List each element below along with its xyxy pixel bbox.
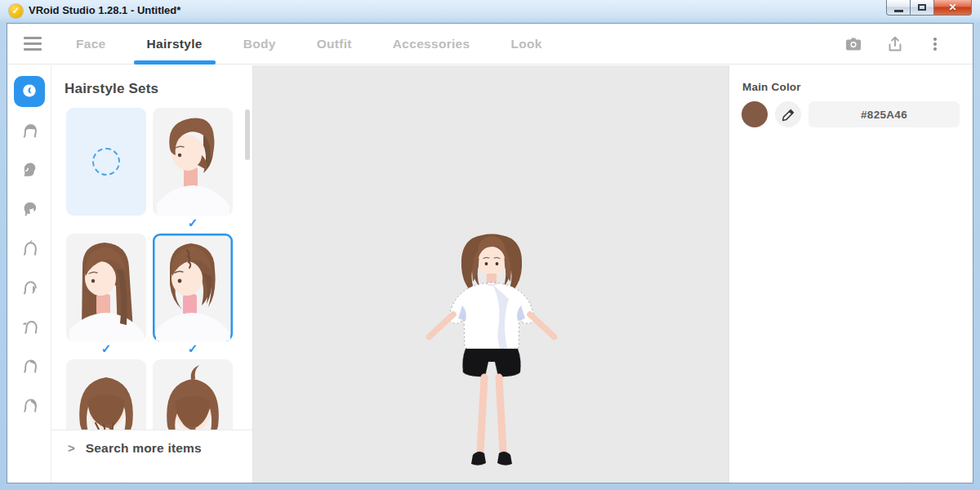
tab-body[interactable]: Body bbox=[234, 24, 286, 65]
hairstyle-item-bob[interactable]: ✓ bbox=[153, 234, 233, 359]
hairstyle-grid-scroll: ✓ bbox=[51, 108, 252, 441]
more-menu-icon[interactable] bbox=[927, 34, 943, 54]
main-area: Hairstyle Sets ✓ bbox=[7, 65, 973, 483]
hairstyle-sets-icon[interactable] bbox=[14, 76, 45, 107]
minimize-button[interactable] bbox=[886, 0, 911, 16]
check-icon: ✓ bbox=[101, 341, 112, 355]
eyedropper-button[interactable] bbox=[775, 101, 801, 127]
top-navbar: Face Hairstyle Body Outfit Accessories L… bbox=[7, 24, 973, 65]
hairstyle-item-none[interactable]: ✓ bbox=[66, 108, 146, 234]
tab-outfit[interactable]: Outfit bbox=[307, 24, 362, 65]
hex-color-value: #825A46 bbox=[861, 109, 907, 121]
title-bar: ✓ VRoid Studio 1.28.1 - Untitled* ✕ bbox=[0, 0, 980, 23]
color-panel: Main Color #825A46 bbox=[728, 65, 973, 483]
bangs-icon[interactable] bbox=[14, 115, 45, 146]
extensions-icon[interactable] bbox=[14, 272, 45, 303]
main-color-row: #825A46 bbox=[742, 101, 960, 127]
hairstyle-item-short[interactable]: ✓ bbox=[153, 108, 233, 234]
panel-scrollbar[interactable] bbox=[245, 109, 250, 160]
hair-category-sidebar bbox=[7, 65, 51, 483]
export-icon[interactable] bbox=[885, 34, 905, 54]
panel-title: Hairstyle Sets bbox=[65, 81, 252, 97]
tab-accessories[interactable]: Accessories bbox=[383, 24, 480, 65]
search-more-items-button[interactable]: > Search more items bbox=[51, 430, 252, 483]
short-hair-icon[interactable] bbox=[14, 390, 45, 421]
hairstyle-sets-panel: Hairstyle Sets ✓ bbox=[51, 65, 253, 483]
tab-hairstyle[interactable]: Hairstyle bbox=[137, 24, 212, 65]
braid-hair-icon[interactable] bbox=[14, 350, 45, 381]
vroid-app-icon: ✓ bbox=[9, 4, 23, 18]
empty-selection-icon bbox=[92, 148, 120, 176]
window-controls: ✕ bbox=[886, 0, 972, 16]
eyedropper-icon bbox=[782, 108, 795, 122]
check-icon: ✓ bbox=[188, 216, 198, 229]
app-window: ✓ VRoid Studio 1.28.1 - Untitled* ✕ Face… bbox=[0, 0, 980, 490]
chevron-right-icon: > bbox=[68, 441, 75, 483]
hairstyle-item-shaggy[interactable]: ✓ bbox=[66, 359, 146, 441]
hairstyle-grid: ✓ bbox=[51, 108, 252, 441]
hamburger-menu-icon[interactable] bbox=[24, 37, 42, 51]
back-hair-icon[interactable] bbox=[14, 154, 45, 185]
hairstyle-item-ahoge[interactable]: ✓ bbox=[153, 359, 233, 441]
close-icon: ✕ bbox=[948, 2, 956, 13]
tab-face[interactable]: Face bbox=[66, 24, 116, 65]
window-title: VRoid Studio 1.28.1 - Untitled* bbox=[29, 4, 180, 16]
close-button[interactable]: ✕ bbox=[934, 0, 972, 16]
maximize-button[interactable] bbox=[911, 0, 934, 16]
tied-hair-icon[interactable] bbox=[14, 311, 45, 342]
search-more-label: Search more items bbox=[86, 441, 202, 483]
maximize-icon bbox=[918, 4, 926, 11]
nav-actions bbox=[844, 24, 943, 65]
viewport-3d[interactable] bbox=[253, 65, 728, 483]
mode-tabs: Face Hairstyle Body Outfit Accessories L… bbox=[66, 24, 573, 65]
hex-color-field[interactable]: #825A46 bbox=[808, 101, 960, 127]
ahoge-icon[interactable] bbox=[14, 233, 45, 264]
main-color-label: Main Color bbox=[742, 81, 973, 93]
client-area: Face Hairstyle Body Outfit Accessories L… bbox=[7, 23, 973, 483]
character-model bbox=[394, 224, 590, 483]
main-color-swatch[interactable] bbox=[742, 101, 768, 127]
check-icon: ✓ bbox=[188, 341, 198, 355]
hairstyle-item-long[interactable]: ✓ bbox=[66, 234, 146, 359]
tab-look[interactable]: Look bbox=[501, 24, 551, 65]
camera-icon[interactable] bbox=[844, 34, 863, 54]
minimize-icon bbox=[894, 10, 903, 12]
side-hair-icon[interactable] bbox=[14, 194, 45, 225]
